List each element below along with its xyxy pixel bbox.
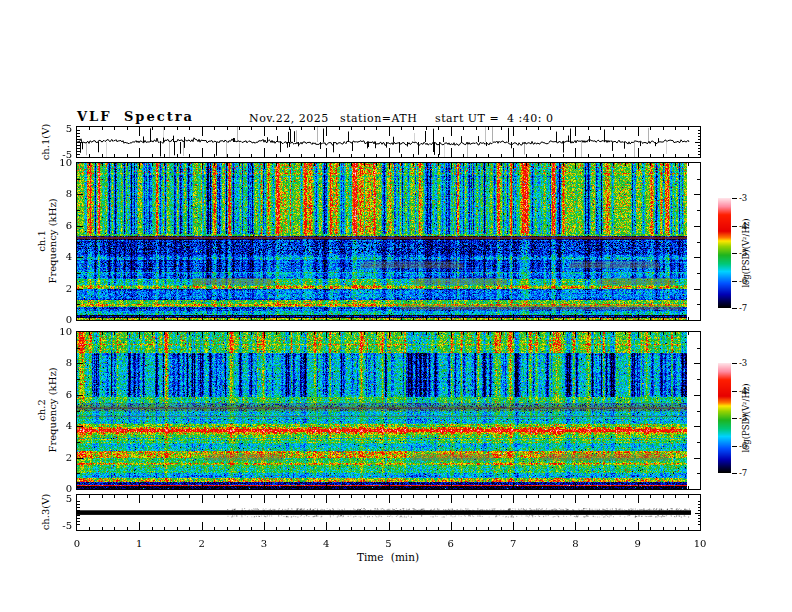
ch1-spectrogram-canvas xyxy=(77,163,687,320)
sp1-bottom-tick xyxy=(114,317,115,320)
wf1-bottom-tick xyxy=(663,154,664,157)
wf3-left-tick xyxy=(77,513,82,514)
sp1-left-tick xyxy=(77,273,80,274)
ch1-freq-axis-title-text: ch.1Frequency (kHz) xyxy=(36,198,58,283)
colorbar-1-tick xyxy=(732,226,737,227)
sp1-right-tick xyxy=(697,210,700,211)
wf3-bottom-tick xyxy=(376,527,377,530)
sp2-bottom-tick xyxy=(625,486,626,489)
sp1-top-tick xyxy=(488,163,489,166)
sp1-left-tick xyxy=(77,304,80,305)
wf3-right-tick xyxy=(698,515,701,516)
wf1-bottom-tick xyxy=(114,154,115,157)
sp1-top-tick xyxy=(463,163,464,166)
sp1-top-tick xyxy=(513,163,514,169)
wf3-bottom-tick xyxy=(351,527,352,530)
colorbar-2-tick xyxy=(732,391,737,392)
wf3-bottom-tick xyxy=(451,522,452,530)
sp2-top-tick xyxy=(625,332,626,335)
wf3-bottom-tick xyxy=(139,522,140,530)
wf3-left-tick xyxy=(77,521,80,522)
wf3-top-tick xyxy=(538,495,539,498)
sp2-bottom-tick xyxy=(513,483,514,489)
sp2-bottom-tick xyxy=(663,486,664,489)
wf1-top-tick xyxy=(426,127,427,130)
wf3-bottom-tick xyxy=(364,527,365,530)
wf1-left-tick xyxy=(77,145,80,146)
sp2-left-tick xyxy=(77,411,80,412)
sp1-bottom-tick xyxy=(301,317,302,320)
wf3-top-tick xyxy=(563,495,564,498)
sp2-right-tick xyxy=(694,395,700,396)
sp1-bottom-tick xyxy=(264,314,265,320)
wf1-bottom-tick xyxy=(189,154,190,157)
ch2-spectrogram-canvas xyxy=(77,332,687,489)
wf3-top-tick xyxy=(239,495,240,498)
sp1-top-tick xyxy=(600,163,601,166)
wf3-bottom-tick xyxy=(513,522,514,530)
sp2-top-tick xyxy=(189,332,190,335)
wf1-top-tick xyxy=(550,127,551,130)
wf1-bottom-tick xyxy=(438,154,439,157)
sp2-bottom-tick xyxy=(139,483,140,489)
wf1-top-tick xyxy=(114,127,115,130)
wf3-right-tick xyxy=(698,504,701,505)
sp2-bottom-tick xyxy=(364,486,365,489)
wf3-top-tick xyxy=(501,495,502,498)
sp2-top-tick xyxy=(550,332,551,335)
wf3-top-tick xyxy=(214,495,215,498)
sp2-top-tick xyxy=(301,332,302,335)
wf1-bottom-tick xyxy=(501,154,502,157)
sp1-top-tick xyxy=(177,163,178,166)
colorbar-2-tick xyxy=(732,418,737,419)
sp1-bottom-tick xyxy=(451,314,452,320)
wf3-top-tick xyxy=(102,495,103,498)
sp2-bottom-tick xyxy=(326,483,327,489)
sp2-right-tick xyxy=(697,473,700,474)
wf1-bottom-tick xyxy=(488,154,489,157)
sp2-top-tick xyxy=(563,332,564,335)
sp2-top-tick xyxy=(488,332,489,335)
sp1-bottom-tick xyxy=(139,314,140,320)
wf1-bottom-tick xyxy=(289,154,290,157)
sp1-bottom-tick xyxy=(688,317,689,320)
sp2-top-tick xyxy=(139,332,140,338)
colorbar-2-tick xyxy=(732,446,737,447)
wf1-top-tick xyxy=(301,127,302,130)
wf1-top-tick xyxy=(413,127,414,130)
header-start-ut: start UT = 4 :40: 0 xyxy=(435,112,554,125)
sp2-bottom-tick xyxy=(413,486,414,489)
sp2-left-tick xyxy=(77,395,83,396)
sp2-top-tick xyxy=(575,332,576,338)
wf3-bottom-tick xyxy=(239,527,240,530)
wf3-right-tick xyxy=(698,524,701,525)
sp2-bottom-tick xyxy=(526,486,527,489)
sp1-top-tick xyxy=(426,163,427,166)
sp2-left-tick xyxy=(77,363,83,364)
wf1-bottom-tick xyxy=(89,154,90,157)
sp2-top-tick xyxy=(202,332,203,338)
wf1-bottom-tick xyxy=(339,154,340,157)
wf3-bottom-tick xyxy=(413,527,414,530)
wf3-bottom-tick xyxy=(314,527,315,530)
sp1-top-tick xyxy=(102,163,103,166)
wf1-top-tick xyxy=(588,127,589,130)
sp1-top-tick xyxy=(214,163,215,166)
time-tick-label: 5 xyxy=(376,538,402,550)
wf3-top-tick xyxy=(127,495,128,498)
wf3-tick-label: -5 xyxy=(42,521,72,531)
wf3-left-tick xyxy=(77,510,80,511)
colorbar-2-tick xyxy=(732,473,737,474)
wf1-top-tick xyxy=(563,127,564,130)
wf1-top-tick xyxy=(239,127,240,130)
sp1-top-tick xyxy=(239,163,240,166)
sp1-top-tick xyxy=(227,163,228,166)
wf3-top-tick xyxy=(376,495,377,498)
wf3-bottom-tick xyxy=(251,527,252,530)
wf1-top-tick xyxy=(264,127,265,136)
wf1-top-tick xyxy=(401,127,402,130)
wf1-left-tick xyxy=(77,154,80,155)
wf1-bottom-tick xyxy=(276,154,277,157)
wf1-top-tick xyxy=(488,127,489,130)
wf1-top-tick xyxy=(513,127,514,136)
